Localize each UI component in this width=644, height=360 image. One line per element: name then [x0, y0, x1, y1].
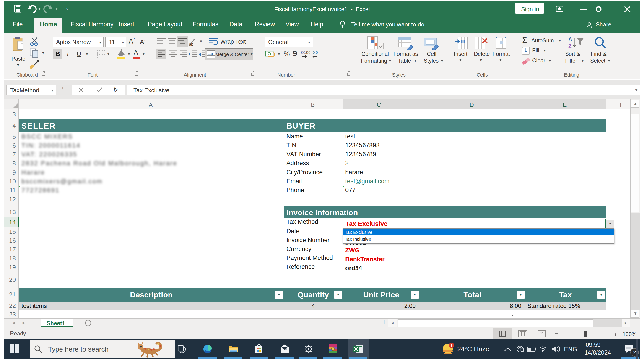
svg-text:.00: .00	[305, 51, 310, 55]
svg-text:Z: Z	[568, 43, 572, 49]
svg-text:.0: .0	[312, 51, 315, 55]
svg-text:0: 0	[316, 51, 318, 55]
svg-text:A: A	[568, 36, 572, 42]
svg-text:€0: €0	[301, 51, 305, 55]
svg-text:ab: ab	[189, 42, 194, 47]
